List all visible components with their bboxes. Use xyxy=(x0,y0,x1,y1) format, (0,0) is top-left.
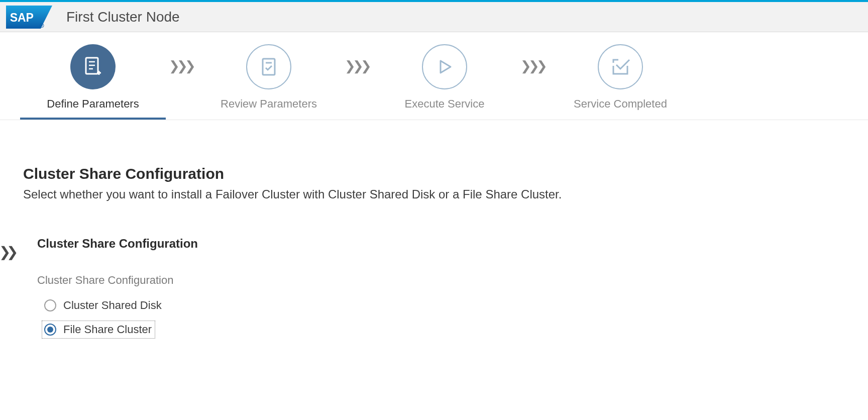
checkbox-done-icon xyxy=(609,56,631,78)
radio-file-share-cluster[interactable]: File Share Cluster xyxy=(42,321,155,338)
wizard-step-service-completed[interactable]: Service Completed xyxy=(548,44,693,118)
subsection-title: Cluster Share Configuration xyxy=(37,237,868,251)
play-icon xyxy=(435,57,455,77)
expand-handle-icon[interactable]: ❯❯ xyxy=(0,244,14,260)
svg-marker-12 xyxy=(441,61,451,73)
section-title: Cluster Share Configuration xyxy=(23,165,868,182)
wizard-step-execute-service[interactable]: Execute Service xyxy=(372,44,517,118)
svg-rect-10 xyxy=(263,59,275,75)
sap-logo: SAP R xyxy=(6,6,52,29)
page-title: First Cluster Node xyxy=(66,9,180,25)
step-label: Review Parameters xyxy=(221,97,317,111)
step-label: Execute Service xyxy=(405,97,485,111)
radio-label: File Share Cluster xyxy=(63,323,152,336)
section-description: Select whether you want to install a Fai… xyxy=(23,187,868,201)
step-label: Define Parameters xyxy=(47,97,139,111)
wizard-step-review-parameters[interactable]: Review Parameters xyxy=(196,44,342,118)
wizard-step-define-parameters[interactable]: Define Parameters xyxy=(20,44,166,120)
step-circle xyxy=(422,44,467,89)
radio-cluster-shared-disk[interactable]: Cluster Shared Disk xyxy=(44,299,868,312)
subsection: Cluster Share Configuration Cluster Shar… xyxy=(23,237,868,347)
document-add-icon xyxy=(82,56,104,78)
step-circle xyxy=(70,44,116,89)
radio-icon xyxy=(44,324,56,336)
content-area: ❯❯ Cluster Share Configuration Select wh… xyxy=(0,120,868,347)
chevron-separator-icon: ❯❯❯ xyxy=(342,58,372,74)
step-label: Service Completed xyxy=(574,97,667,111)
document-check-icon xyxy=(258,56,280,78)
cluster-share-radio-group: Cluster Shared Disk File Share Cluster xyxy=(37,299,868,347)
step-circle xyxy=(598,44,643,89)
svg-text:SAP: SAP xyxy=(10,11,34,24)
header-bar: SAP R First Cluster Node xyxy=(0,2,868,32)
radio-icon xyxy=(44,299,56,311)
svg-text:R: R xyxy=(41,24,43,27)
chevron-separator-icon: ❯❯❯ xyxy=(166,58,196,74)
field-label: Cluster Share Configuration xyxy=(37,274,868,287)
step-circle xyxy=(246,44,291,89)
wizard-steps: Define Parameters ❯❯❯ Review Parameters … xyxy=(0,32,868,120)
radio-label: Cluster Shared Disk xyxy=(63,299,162,312)
chevron-separator-icon: ❯❯❯ xyxy=(517,58,548,74)
